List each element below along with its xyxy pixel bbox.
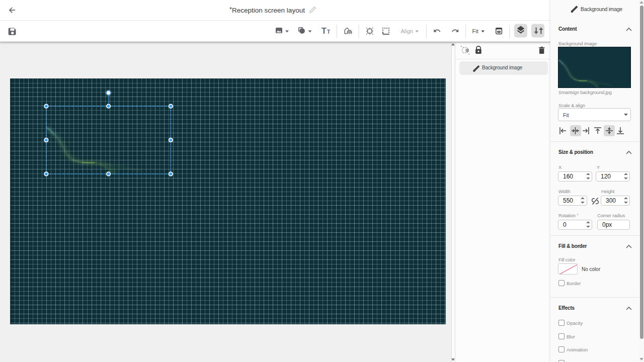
- svg-text:T: T: [321, 27, 327, 35]
- svg-text:Fit: Fit: [472, 28, 478, 34]
- svg-text:T: T: [327, 29, 330, 35]
- svg-text:Align: Align: [401, 28, 413, 34]
